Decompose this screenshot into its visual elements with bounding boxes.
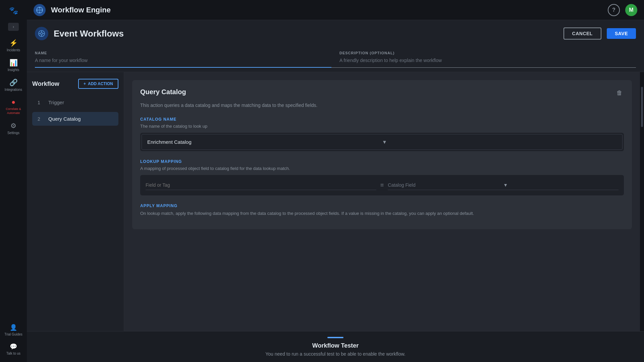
name-value: A name for your workflow (35, 56, 326, 64)
query-catalog-description: This action queries a data catalog and m… (140, 102, 624, 109)
sidebar-item-label: Insights (8, 68, 19, 72)
catalog-name-desc: The name of the catalog to look up (140, 124, 624, 129)
app-logo: 🐾 (7, 4, 20, 17)
catalog-field-placeholder: Catalog Field (388, 182, 503, 188)
sidebar-item-trial-guides[interactable]: 👤 Trial Guides (3, 321, 24, 339)
user-avatar[interactable]: M (625, 4, 637, 16)
integrations-icon: 🔗 (9, 78, 18, 86)
talk-to-us-icon: 💬 (10, 343, 17, 350)
apply-mapping-desc: On lookup match, apply the following dat… (140, 210, 624, 217)
query-catalog-title: Query Catalog (140, 88, 186, 96)
description-field[interactable]: DESCRIPTION (Optional) A friendly descri… (331, 51, 636, 68)
workflow-tester: Workflow Tester You need to run a succes… (27, 331, 644, 362)
sidebar-item-integrations[interactable]: 🔗 Integrations (3, 76, 24, 94)
trial-guides-icon: 👤 (10, 324, 17, 331)
step-label: Trigger (48, 100, 64, 105)
catalog-name-section: CATALOG NAME The name of the catalog to … (140, 117, 624, 151)
page-title: Workflow Engine (51, 6, 111, 14)
add-action-label: ADD ACTION (88, 81, 113, 86)
svg-point-4 (37, 9, 38, 11)
sidebar-item-insights[interactable]: 📊 Insights (3, 56, 24, 74)
topbar: Workflow Engine ? M (27, 0, 644, 20)
sidebar-item-label: Correlate &Automate (6, 107, 21, 115)
step-label: Query Catalog (48, 116, 81, 122)
step-number: 2 (38, 116, 44, 122)
catalog-name-label: CATALOG NAME (140, 117, 624, 122)
svg-point-10 (43, 33, 44, 34)
equals-icon: = (380, 182, 384, 189)
cancel-button[interactable]: CANCEL (564, 27, 601, 40)
catalog-name-dropdown[interactable]: Enrichment Catalog ▼ (142, 134, 623, 150)
svg-point-5 (41, 9, 43, 11)
event-workflows-title: Event Workflows (54, 28, 558, 39)
drag-handle[interactable] (327, 337, 343, 338)
sidebar-item-incidents[interactable]: ⚡ Incidents (3, 36, 24, 55)
workflow-panel-title: Workflow (32, 80, 59, 87)
event-workflows-icon (35, 27, 48, 40)
save-button[interactable]: SAVE (607, 28, 636, 39)
step-number: 1 (38, 100, 44, 105)
lookup-mapping-desc: A mapping of processed object field to c… (140, 166, 624, 171)
catalog-name-value: Enrichment Catalog (147, 139, 382, 145)
step-query-catalog[interactable]: 2 Query Catalog (32, 112, 118, 126)
workflow-left-panel: Workflow + ADD ACTION 1 Trigger 2 Query … (27, 72, 124, 331)
page-header: Event Workflows CANCEL SAVE NAME A name … (27, 20, 644, 72)
svg-point-9 (39, 33, 40, 34)
name-field[interactable]: NAME A name for your workflow (35, 51, 331, 68)
svg-point-2 (39, 7, 40, 8)
lookup-mapping-section: LOOKUP MAPPING A mapping of processed ob… (140, 159, 624, 195)
workflow-tester-description: You need to run a successful test to be … (35, 351, 636, 357)
svg-point-8 (41, 35, 42, 36)
sidebar-item-label: Trial Guides (4, 333, 22, 336)
svg-point-1 (38, 9, 41, 11)
sidebar-item-talk-to-us[interactable]: 💬 Talk to us (3, 340, 24, 358)
catalog-name-input-wrapper: Enrichment Catalog ▼ (140, 133, 624, 151)
right-scrollbar[interactable] (640, 72, 644, 331)
svg-point-3 (39, 12, 40, 13)
sidebar-item-label: Settings (7, 131, 19, 135)
sidebar-item-correlate[interactable]: ● Correlate &Automate (3, 96, 24, 118)
help-button[interactable]: ? (608, 4, 620, 16)
sidebar-item-label: Integrations (5, 88, 22, 92)
chevron-down-icon: ▼ (503, 182, 619, 188)
workflow-tester-title: Workflow Tester (35, 342, 636, 349)
insights-icon: 📊 (9, 59, 18, 67)
catalog-field-select[interactable]: Catalog Field ▼ (388, 180, 619, 190)
svg-point-7 (41, 31, 42, 32)
workflow-steps: 1 Trigger 2 Query Catalog (32, 96, 118, 126)
sidebar: 🐾 › ⚡ Incidents 📊 Insights 🔗 Integration… (0, 0, 27, 362)
add-icon: + (84, 81, 86, 86)
query-catalog-card: Query Catalog 🗑 This action queries a da… (132, 80, 632, 229)
apply-mapping-label: APPLY MAPPING (140, 203, 624, 208)
topbar-logo-icon (34, 4, 46, 16)
description-label: DESCRIPTION (Optional) (339, 51, 631, 55)
sidebar-item-settings[interactable]: ⚙ Settings (3, 119, 24, 137)
add-action-button[interactable]: + ADD ACTION (78, 79, 118, 89)
sidebar-toggle[interactable]: › (8, 23, 19, 31)
sidebar-item-label: Incidents (7, 48, 20, 52)
settings-icon: ⚙ (10, 122, 16, 130)
field-or-tag-input[interactable] (146, 180, 376, 190)
correlate-icon: ● (11, 98, 15, 106)
name-label: NAME (35, 51, 326, 55)
workflow-right-panel: Query Catalog 🗑 This action queries a da… (124, 72, 640, 331)
sidebar-item-label: Talk to us (6, 352, 20, 355)
incidents-icon: ⚡ (9, 39, 18, 47)
svg-point-11 (41, 33, 43, 35)
delete-button[interactable]: 🗑 (615, 88, 624, 98)
lookup-row: = Catalog Field ▼ (140, 175, 624, 195)
step-trigger[interactable]: 1 Trigger (32, 96, 118, 109)
lookup-mapping-label: LOOKUP MAPPING (140, 159, 624, 164)
apply-mapping-section: APPLY MAPPING On lookup match, apply the… (140, 203, 624, 217)
scroll-thumb (641, 87, 643, 127)
workflow-form-fields: NAME A name for your workflow DESCRIPTIO… (35, 47, 636, 72)
chevron-down-icon: ▼ (382, 139, 617, 145)
description-value: A friendly description to help explain t… (339, 56, 631, 64)
